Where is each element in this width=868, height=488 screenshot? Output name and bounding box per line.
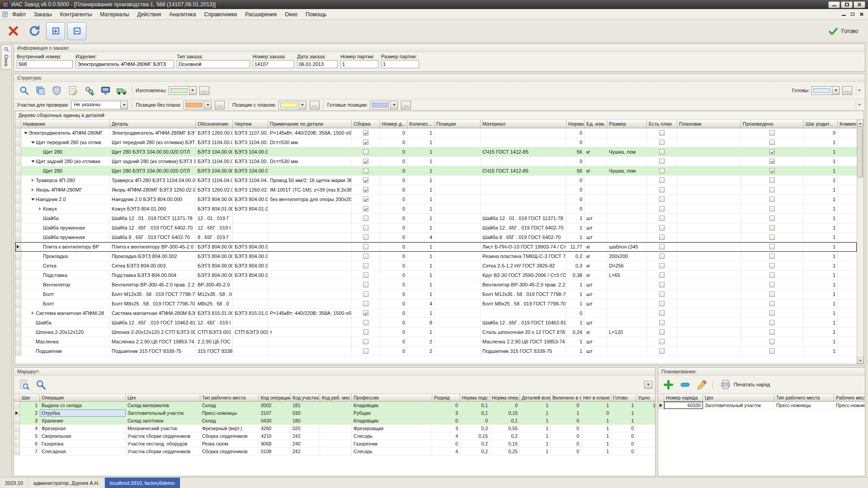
tree-row[interactable]: Плита к вентилятору ВРПлита к вентилятор… xyxy=(15,242,857,252)
checkbox-asm[interactable] xyxy=(363,291,368,297)
tree-column-header[interactable]: Плановик xyxy=(677,120,741,128)
tree-column-header[interactable]: Шаг родит... xyxy=(804,120,838,128)
tree-column-header[interactable]: Название xyxy=(21,120,110,128)
routegrid-column-header[interactable]: Профессия xyxy=(352,394,432,401)
tree-column-header[interactable]: Обозначение xyxy=(196,120,233,128)
routegrid-column-header[interactable]: Включено в пл xyxy=(551,394,581,401)
tree-column-header[interactable]: Позиция xyxy=(434,120,481,128)
routegrid-column-header[interactable]: Код операции xyxy=(259,394,291,401)
tree-row[interactable]: ПодставкаПодставка БЭТЗ 804.00.004БЭТЗ 8… xyxy=(15,271,857,280)
routegrid-column-header[interactable]: Разряд xyxy=(432,394,460,401)
plangrid-column-header[interactable]: Номер наряда xyxy=(664,394,703,401)
no-plan-color-combo[interactable] xyxy=(184,101,212,109)
checkbox-plan[interactable] xyxy=(659,197,665,202)
collapse-all-button[interactable] xyxy=(67,22,86,40)
with-plan-color-combo[interactable] xyxy=(278,101,307,109)
field-input[interactable] xyxy=(75,60,174,68)
tree-row[interactable]: Шпонка 2-20х12х120Шпонка 2-20х12х120 2 С… xyxy=(15,328,857,337)
chevron-down-icon[interactable] xyxy=(645,381,652,388)
ready-color-more-button[interactable]: … xyxy=(842,86,852,95)
plangrid-column-header[interactable]: Цех xyxy=(703,394,774,401)
mdi-minimize-button[interactable] xyxy=(839,11,848,18)
tree-row[interactable]: Щит задний 280 (из отливкиЩит задний 280… xyxy=(15,157,857,166)
routegrid-column-header[interactable]: Код раб. мес xyxy=(320,394,352,401)
checkbox-asm[interactable] xyxy=(363,263,368,268)
tree-row[interactable]: Система магнитная 4ПФМ-28Система магнитн… xyxy=(15,309,857,318)
menu-item-Окно[interactable]: Окно xyxy=(281,10,302,19)
shield-button[interactable] xyxy=(49,83,64,98)
checkbox-asm[interactable] xyxy=(363,244,368,249)
checkbox-prod[interactable] xyxy=(769,130,775,136)
tree-row[interactable]: Щит 280Щит 280 БЭТЗ 104.00.00.020 ОТЛБЭТ… xyxy=(15,147,857,157)
checkbox-plan[interactable] xyxy=(659,130,665,136)
checkbox-asm[interactable] xyxy=(363,159,368,164)
checkbox-prod[interactable] xyxy=(769,178,775,183)
checkbox-plan[interactable] xyxy=(659,244,665,249)
field-input[interactable] xyxy=(297,60,338,68)
checkbox-plan[interactable] xyxy=(659,263,665,268)
route-view-combo[interactable] xyxy=(644,381,652,389)
expand-icon[interactable] xyxy=(37,204,43,213)
expand-icon[interactable] xyxy=(30,176,36,185)
tree-row[interactable]: БолтБолт М12х35 . 58 . 019 ГОСТ 7798-70М… xyxy=(15,290,857,299)
routegrid-column-header[interactable]: Готово xyxy=(611,394,636,401)
field-input[interactable] xyxy=(381,60,419,68)
checkbox-plan[interactable] xyxy=(659,235,665,240)
tree-row[interactable]: ПрокладкаПрокладка БЭТЗ 804.00.002БЭТЗ 8… xyxy=(15,252,857,261)
tree-column-header[interactable]: Количес... xyxy=(407,120,434,128)
scrollbar-thumb[interactable] xyxy=(858,127,863,178)
dock-tab-windows[interactable]: Окна xyxy=(1,44,11,70)
checkbox-plan[interactable] xyxy=(659,329,665,335)
plangrid-column-header[interactable]: Рабочее мест xyxy=(834,394,865,401)
tree-row[interactable]: Шайба пружиннаяШайба 8 . 65Г . 019 ГОСТ … xyxy=(15,233,857,242)
vertical-scrollbar[interactable] xyxy=(857,120,863,364)
chevron-down-icon[interactable] xyxy=(189,87,196,94)
refresh-button[interactable] xyxy=(25,22,44,40)
scroll-down-button[interactable] xyxy=(857,357,863,364)
tree-column-header[interactable]: Примечание по детали xyxy=(268,120,352,128)
tree-row[interactable]: Наездник 2.0Наездник 2.0 БЭТЗ 804.00.000… xyxy=(15,195,857,204)
check-areas-combo[interactable]: Не указаны xyxy=(71,101,128,109)
checkbox-prod[interactable] xyxy=(769,168,775,174)
ready-positions-color-combo[interactable] xyxy=(370,101,398,109)
checkbox-prod[interactable] xyxy=(769,197,775,202)
checkbox-asm[interactable] xyxy=(363,168,368,174)
checkbox-prod[interactable] xyxy=(769,206,775,211)
print-order-button[interactable]: Печатать наряд xyxy=(717,378,774,391)
expand-all-button[interactable] xyxy=(46,22,65,40)
checkbox-asm[interactable] xyxy=(363,235,368,240)
close-button[interactable] xyxy=(854,1,865,8)
tree-row[interactable]: Якорь 4ПФМ-280МГЯкорь 4ПФМ-280МГ БЭТЗ 12… xyxy=(15,185,857,195)
truck-button[interactable] xyxy=(114,83,129,98)
tree-column-header[interactable]: Норма xyxy=(566,120,585,128)
menu-item-Контрагенты[interactable]: Контрагенты xyxy=(56,10,96,19)
checkbox-prod[interactable] xyxy=(769,310,775,316)
checkbox-asm[interactable] xyxy=(363,225,368,230)
routegrid-column-header[interactable]: Ушло xyxy=(636,394,655,401)
tree-column-header[interactable]: Произведено xyxy=(741,120,804,128)
checkbox-plan[interactable] xyxy=(659,178,665,183)
checkbox-prod[interactable] xyxy=(769,187,775,192)
checkbox-asm[interactable] xyxy=(363,140,368,145)
checkbox-asm[interactable] xyxy=(363,197,368,202)
routegrid-column-header[interactable]: Норма опер. xyxy=(490,394,520,401)
checkbox-asm[interactable] xyxy=(363,310,368,316)
checkbox-plan[interactable] xyxy=(659,282,665,287)
made-color-combo[interactable] xyxy=(169,86,197,95)
checkbox-prod[interactable] xyxy=(769,348,775,354)
with-plan-more-button[interactable]: … xyxy=(310,101,320,109)
plangrid-column-header[interactable]: Тип рабочего места xyxy=(774,394,834,401)
chevron-down-icon[interactable] xyxy=(832,87,839,94)
checkbox-prod[interactable] xyxy=(769,140,775,145)
checkbox-prod[interactable] xyxy=(769,244,775,249)
minimize-button[interactable] xyxy=(828,1,840,8)
checkbox-asm[interactable] xyxy=(363,329,368,335)
route-row[interactable]: 3ХранениеСклад заготовокСклад0430180Клад… xyxy=(14,417,655,425)
monitor-button[interactable] xyxy=(98,83,113,98)
routegrid-column-header[interactable]: Операция xyxy=(40,394,126,401)
tree-column-header[interactable]: Чертеж xyxy=(233,120,268,128)
tree-column-header[interactable]: Комментарий xyxy=(838,120,857,128)
checkbox-asm[interactable] xyxy=(363,149,368,155)
tree-column-header[interactable]: Сборка xyxy=(352,120,380,128)
field-input[interactable] xyxy=(177,60,250,68)
